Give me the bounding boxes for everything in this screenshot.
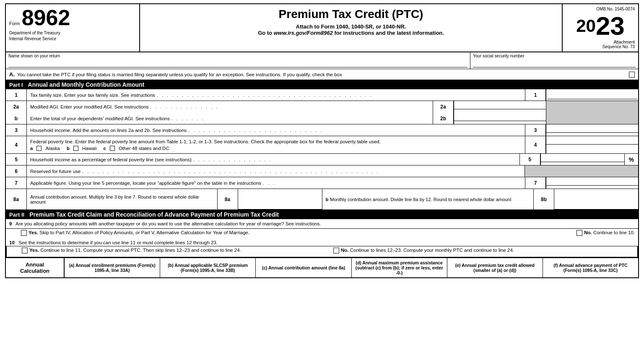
row-9-yes-cont: Skip to Part IV, Allocation of Policy Am… [39,230,249,235]
row-4-alaska-checkbox[interactable] [36,146,42,151]
row-9-no-text: No. Continue to line 10. [584,230,635,235]
row-1-number: 1 [6,89,27,101]
row-3-field-label: 3 [525,124,546,136]
row-2a-input[interactable] [454,101,546,113]
row-2a: 2a Modified AGI. Enter your modified AGI… [6,101,638,113]
year-23: 23 [596,13,625,39]
calc-col-a: (a) Annual enrollment premiums (Form(s) … [65,258,160,277]
calc-col-c: (c) Annual contribution amount (line 8a) [256,258,351,277]
row-7-desc: Applicable figure. Using your line 5 per… [27,177,525,189]
row-4: 4 Federal poverty line. Enter the federa… [6,136,638,154]
page: Form 8962 Department of the Treasury Int… [0,0,644,282]
row-10-no-checkbox[interactable] [333,248,339,253]
row-1-dots: . . . . . . . . . . . . . . . . . . . . … [157,93,373,98]
row-5-number: 5 [6,154,27,165]
header-center: Premium Tax Credit (PTC) Attach to Form … [140,4,563,52]
row-6-gray [525,165,638,177]
row-2b-desc: Enter the total of your dependents' modi… [27,113,433,124]
row-10-yes-block: Yes. Continue to line 11. Compute your a… [19,248,322,253]
row-8b-input[interactable] [554,189,638,209]
name-input[interactable] [8,58,467,67]
row-3-input[interactable] [546,124,638,136]
row-2b-input[interactable] [454,113,546,124]
row-4-input-box[interactable] [546,136,638,145]
section-a-checkbox[interactable] [629,72,635,78]
row-7-field-label: 7 [525,177,546,189]
row-8a-number: 8a [6,189,27,209]
row-6-text: Reserved for future use [30,169,80,174]
row-10-yes-label: Yes. [29,248,39,253]
part2-header: Part II Premium Tax Credit Claim and Rec… [5,210,639,219]
goto-line: Go to www.irs.gov/Form8962 for instructi… [148,30,553,36]
row-5: 5 Household income as a percentage of fe… [6,154,638,165]
calc-table: AnnualCalculation (a) Annual enrollment … [5,257,639,278]
row-9-yes-text: Yes. Skip to Part IV, Allocation of Poli… [29,230,249,235]
row-7-text: Applicable figure. Using your line 5 per… [30,181,261,186]
section-a: A. You cannot take the PTC if your filin… [5,69,639,80]
row-4-hawaii-text: Hawaii [82,146,97,151]
row-3: 3 Household income. Add the amounts on l… [6,124,638,136]
row-10-yes-no: Yes. Continue to line 11. Compute your a… [6,246,638,257]
goto-url: www.irs.gov/Form8962 [274,30,333,36]
attach-line: Attach to Form 1040, 1040-SR, or 1040-NR… [148,23,553,30]
row-2b-gray [546,113,638,124]
part2-label: Part II [9,212,24,218]
row-9-yes-block: Yes. Skip to Part IV, Allocation of Poli… [18,230,566,236]
row-9-yes-label: Yes. [29,230,38,235]
row-4-b-label: b [67,146,70,151]
row-2a-desc: Modified AGI. Enter your modified AGI. S… [27,101,433,113]
row-8a-input[interactable] [238,189,322,209]
omb-text: OMB No. 1545-0074 [566,7,635,11]
row-8a-input-box[interactable] [238,189,322,209]
row-7-input[interactable] [546,177,638,189]
row-10-no-text: No. Continue to lines 12–23. Compute you… [341,248,514,253]
row-1: 1 Tax family size. Enter your tax family… [6,89,638,101]
row-9-yes-checkbox[interactable] [21,230,27,236]
row-8b-input-box[interactable] [554,189,638,209]
row-4-hawaii-checkbox[interactable] [73,146,78,151]
ssn-cell: Your social security number [470,52,638,69]
section-a-label: A. [9,71,15,78]
ssn-input[interactable] [473,58,636,67]
row-4-input[interactable] [546,136,638,153]
section-a-text: You cannot take the PTC if your filing s… [17,72,626,77]
form-header: Form 8962 Department of the Treasury Int… [5,3,639,52]
row-5-input-box[interactable] [541,154,624,162]
row-2a-dots: . . . . . . . . . . . . . . [151,104,219,109]
calc-col-f: (f) Annual advance payment of PTC (Form(… [543,258,638,277]
row-5-input[interactable] [540,154,624,165]
row-10-yes-checkbox[interactable] [22,248,28,253]
row-1-input-box[interactable] [547,91,637,99]
row-10: 10 See the instructions to determine if … [6,238,638,246]
row-1-input[interactable] [546,89,638,101]
row-6-desc: Reserved for future use . . . . . . . . … [27,165,525,177]
row-3-desc: Household income. Add the amounts on lin… [27,124,525,136]
row-9-no-checkbox[interactable] [576,230,582,236]
row-10-num: 10 [9,240,15,245]
form-label: Form [9,21,20,26]
row-4-other-text: Other 48 states and DC [119,146,169,151]
row-3-text: Household income. Add the amounts on lin… [30,128,187,133]
dept-line1: Department of the Treasury [9,30,136,36]
row-8b-text: Monthly contribution amount. Divide line… [330,197,511,202]
row-10-no-label: No. [341,248,349,253]
row-2b-number: b [6,113,27,124]
row-7: 7 Applicable figure. Using your line 5 p… [6,177,638,189]
dept-text: Department of the Treasury Internal Reve… [9,30,136,42]
row-4-checkboxes: a Alaska b Hawaii c Other 48 states and … [30,146,169,151]
row-3-input-box[interactable] [546,124,638,133]
form-number-row: Form 8962 [9,7,136,28]
row-2b-input-box[interactable] [454,113,546,121]
row-6: 6 Reserved for future use . . . . . . . … [6,165,638,177]
row-7-number: 7 [6,177,27,189]
attachment-text: Attachment Sequence No. 73 [566,40,635,49]
name-cell: Name shown on your return [6,52,470,69]
row-7-input-box[interactable] [546,177,638,186]
row-4-other-checkbox[interactable] [110,146,115,151]
row-2a-input-box[interactable] [454,101,546,109]
row-9-no-block: No. Continue to line 10. [574,230,635,236]
row-2b-dots: . . . . . . . [171,116,205,121]
row-9-no-cont: Continue to line 10. [593,230,635,235]
row-5-desc: Household income as a percentage of fede… [27,154,519,165]
row-4-c-label: c [103,146,106,151]
